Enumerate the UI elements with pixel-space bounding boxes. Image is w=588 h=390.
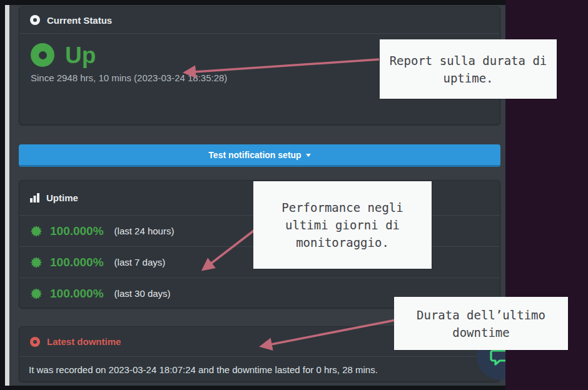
page-edge-strip: [5, 5, 9, 386]
downtime-record-icon: [30, 337, 40, 347]
bar-chart-icon: [30, 193, 39, 202]
burst-icon: [31, 226, 42, 237]
latest-downtime-text: It was recorded on 2023-03-24 18:07:24 a…: [19, 357, 500, 382]
latest-downtime-title: Latest downtime: [47, 336, 121, 347]
uptime-percent-24h: 100.000%: [50, 224, 104, 238]
uptime-percent-30d: 100.000%: [50, 287, 104, 301]
uptime-title: Uptime: [46, 192, 78, 203]
current-status-header: Current Status: [19, 7, 500, 34]
test-notification-label: Test notification setup: [208, 150, 301, 160]
caret-down-icon: [306, 154, 311, 157]
up-record-icon: [31, 43, 54, 67]
annotation-performance: Performance negli ultimi giorni di monit…: [253, 181, 432, 269]
uptime-period-7d: (last 7 days): [114, 257, 166, 268]
status-value: Up: [65, 44, 96, 67]
current-status-title: Current Status: [47, 15, 112, 26]
burst-icon: [31, 257, 42, 268]
test-notification-button[interactable]: Test notification setup: [19, 144, 500, 167]
annotation-downtime: Durata dell’ultimo downtime: [394, 297, 568, 350]
annotation-uptime-report: Report sulla durata di uptime.: [380, 39, 557, 99]
status-record-icon: [30, 15, 40, 25]
burst-icon: [31, 288, 42, 299]
uptime-period-30d: (last 30 days): [114, 288, 171, 299]
uptime-percent-7d: 100.000%: [50, 256, 104, 269]
uptime-period-24h: (last 24 hours): [114, 226, 175, 236]
